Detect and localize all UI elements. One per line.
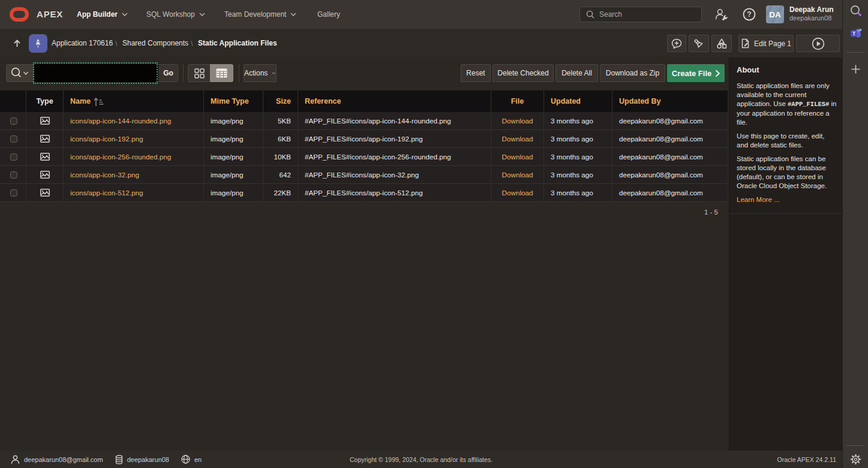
svg-text:T: T <box>852 31 856 37</box>
svg-text:?: ? <box>747 10 751 19</box>
